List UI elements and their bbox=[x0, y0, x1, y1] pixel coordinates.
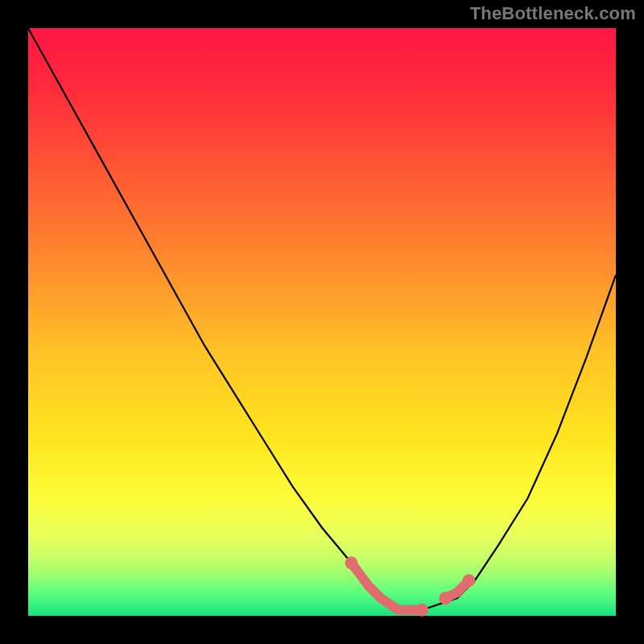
highlight-dot bbox=[439, 592, 452, 605]
bottleneck-chart bbox=[0, 0, 644, 644]
watermark-text: TheBottleneck.com bbox=[470, 3, 636, 24]
highlight-dot bbox=[463, 574, 476, 587]
chart-frame: TheBottleneck.com bbox=[0, 0, 644, 644]
highlight-dot bbox=[415, 604, 428, 617]
highlight-dot bbox=[345, 556, 358, 569]
